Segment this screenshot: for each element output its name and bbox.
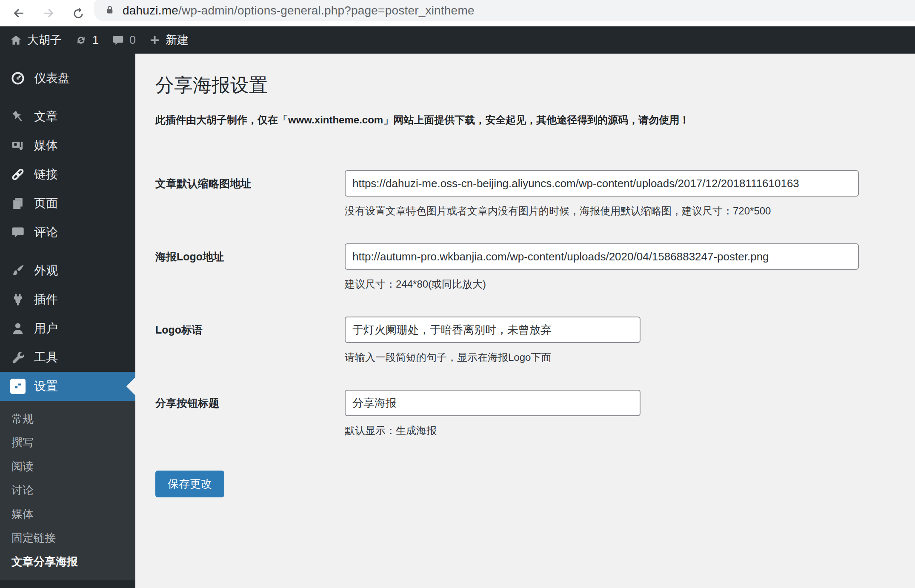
thumbnail-url-input[interactable]: [345, 170, 859, 197]
comment-icon: [10, 225, 26, 240]
sidebar-item-plugins[interactable]: 插件: [0, 285, 135, 314]
field-help-logo-slogan: 请输入一段简短的句子，显示在海报Logo下面: [345, 351, 640, 364]
admin-menu: 仪表盘文章媒体链接页面评论外观插件用户工具设置: [0, 54, 135, 401]
site-name: 大胡子: [27, 32, 62, 48]
reload-icon[interactable]: [71, 6, 85, 20]
sidebar-item-settings[interactable]: 设置: [0, 372, 135, 401]
wrench-icon: [10, 350, 26, 365]
submenu-item-reading[interactable]: 阅读: [0, 454, 135, 478]
sidebar-item-label: 页面: [34, 195, 58, 211]
menu-separator: [0, 93, 135, 102]
plus-icon: [149, 34, 161, 46]
submenu-item-discussion[interactable]: 讨论: [0, 478, 135, 502]
submenu-item-poster[interactable]: 文章分享海报: [0, 550, 135, 574]
updates-icon: [74, 34, 88, 47]
logo-url-input[interactable]: [345, 243, 859, 270]
field-label-logo-url: 海报Logo地址: [155, 243, 345, 270]
admin-bar-comments[interactable]: 0: [112, 34, 136, 47]
sidebar-item-label: 文章: [34, 108, 58, 125]
field-help-thumbnail-url: 没有设置文章特色图片或者文章内没有图片的时候，海报使用默认缩略图，建议尺寸：72…: [345, 204, 859, 218]
new-label: 新建: [166, 32, 189, 48]
sidebar-item-label: 插件: [34, 291, 58, 308]
sidebar-item-label: 设置: [34, 378, 58, 394]
field-row-share-button-title: 分享按钮标题默认显示：生成海报: [155, 390, 898, 437]
field-main-thumbnail-url: 没有设置文章特色图片或者文章内没有图片的时候，海报使用默认缩略图，建议尺寸：72…: [345, 170, 859, 218]
sidebar-item-appearance[interactable]: 外观: [0, 256, 135, 285]
browser-nav-buttons: [12, 0, 85, 26]
field-label-share-button-title: 分享按钮标题: [155, 390, 345, 416]
sidebar-item-label: 链接: [34, 166, 58, 183]
home-icon: [9, 34, 23, 47]
field-main-share-button-title: 默认显示：生成海报: [345, 390, 640, 437]
sidebar-item-media[interactable]: 媒体: [0, 131, 135, 160]
url-path: /wp-admin/options-general.php?page=poste…: [178, 4, 475, 17]
settings-submenu: 常规撰写阅读讨论媒体固定链接文章分享海报: [0, 401, 135, 580]
field-label-thumbnail-url: 文章默认缩略图地址: [155, 170, 345, 197]
submenu-item-permalinks[interactable]: 固定链接: [0, 526, 135, 550]
save-changes-button[interactable]: 保存更改: [155, 471, 224, 497]
field-help-share-button-title: 默认显示：生成海报: [345, 424, 640, 437]
comment-bubble-icon: [112, 34, 125, 47]
url-bar[interactable]: dahuzi.me/wp-admin/options-general.php?p…: [94, 0, 915, 21]
link-icon: [10, 167, 26, 182]
url-text: dahuzi.me/wp-admin/options-general.php?p…: [123, 4, 475, 17]
wp-admin-bar: 大胡子 1 0 新建: [0, 26, 915, 54]
field-row-logo-url: 海报Logo地址建议尺寸：244*80(或同比放大): [155, 243, 898, 291]
settings-page: 分享海报设置 此插件由大胡子制作，仅在「www.xintheme.com」网站上…: [135, 54, 915, 588]
field-help-logo-url: 建议尺寸：244*80(或同比放大): [345, 277, 859, 291]
browser-chrome: dahuzi.me/wp-admin/options-general.php?p…: [0, 0, 915, 26]
back-icon[interactable]: [12, 6, 26, 20]
user-icon: [10, 321, 26, 336]
brush-icon: [10, 263, 26, 278]
field-main-logo-url: 建议尺寸：244*80(或同比放大): [345, 243, 859, 291]
sidebar-item-label: 工具: [34, 349, 58, 365]
update-count: 1: [92, 34, 99, 47]
admin-sidebar: 仪表盘文章媒体链接页面评论外观插件用户工具设置 常规撰写阅读讨论媒体固定链接文章…: [0, 54, 135, 588]
sidebar-item-label: 外观: [34, 263, 58, 279]
sidebar-item-label: 仪表盘: [34, 70, 70, 86]
field-label-logo-slogan: Logo标语: [155, 317, 345, 343]
field-row-thumbnail-url: 文章默认缩略图地址没有设置文章特色图片或者文章内没有图片的时候，海报使用默认缩略…: [155, 170, 898, 218]
sidebar-filler: [0, 580, 135, 588]
sidebar-item-label: 评论: [34, 224, 58, 240]
poster-settings-form: 文章默认缩略图地址没有设置文章特色图片或者文章内没有图片的时候，海报使用默认缩略…: [155, 170, 898, 437]
field-row-logo-slogan: Logo标语请输入一段简短的句子，显示在海报Logo下面: [155, 317, 898, 364]
media-icon: [10, 138, 26, 153]
share-button-title-input[interactable]: [345, 390, 640, 416]
submenu-item-writing[interactable]: 撰写: [0, 431, 135, 454]
sidebar-item-pages[interactable]: 页面: [0, 189, 135, 218]
lock-icon[interactable]: [105, 5, 115, 17]
submenu-item-media[interactable]: 媒体: [0, 502, 135, 526]
menu-separator: [0, 247, 135, 256]
sidebar-item-links[interactable]: 链接: [0, 160, 135, 189]
sidebar-item-users[interactable]: 用户: [0, 314, 135, 343]
sidebar-item-label: 用户: [34, 320, 58, 337]
admin-bar-site[interactable]: 大胡子: [9, 32, 62, 48]
dashboard-icon: [10, 71, 26, 86]
forward-icon: [42, 6, 55, 20]
sliders-icon: [10, 379, 26, 394]
pages-icon: [10, 196, 26, 211]
plug-icon: [10, 292, 26, 307]
sliders-glyph: [12, 381, 23, 392]
pushpin-icon: [10, 109, 26, 124]
logo-slogan-input[interactable]: [345, 317, 640, 343]
sidebar-item-label: 媒体: [34, 137, 58, 154]
admin-layout: 仪表盘文章媒体链接页面评论外观插件用户工具设置 常规撰写阅读讨论媒体固定链接文章…: [0, 54, 915, 588]
comment-count: 0: [129, 34, 136, 47]
sidebar-item-posts[interactable]: 文章: [0, 102, 135, 131]
plugin-notice: 此插件由大胡子制作，仅在「www.xintheme.com」网站上面提供下载，安…: [155, 113, 898, 127]
url-domain: dahuzi.me: [123, 4, 178, 17]
admin-bar-new[interactable]: 新建: [149, 32, 189, 48]
admin-bar-updates[interactable]: 1: [74, 34, 99, 47]
sidebar-item-tools[interactable]: 工具: [0, 343, 135, 372]
sidebar-item-comments[interactable]: 评论: [0, 218, 135, 247]
submenu-item-general[interactable]: 常规: [0, 407, 135, 431]
sidebar-item-dashboard[interactable]: 仪表盘: [0, 64, 135, 93]
page-title: 分享海报设置: [155, 75, 898, 95]
field-main-logo-slogan: 请输入一段简短的句子，显示在海报Logo下面: [345, 317, 640, 364]
